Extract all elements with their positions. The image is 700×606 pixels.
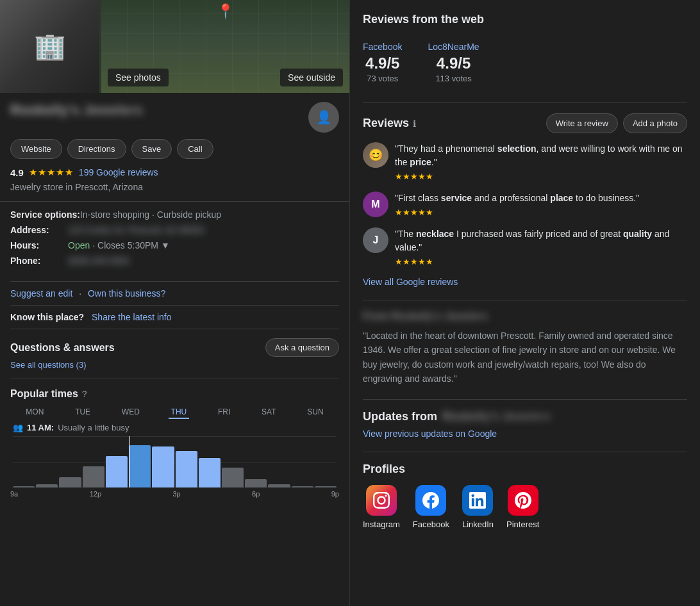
- phone-label: Phone:: [10, 256, 68, 266]
- hours-label: Hours:: [10, 240, 68, 250]
- see-outside-button[interactable]: See outside: [280, 69, 343, 86]
- bar-1: [36, 484, 58, 488]
- pinterest-label: Pinterest: [506, 520, 539, 529]
- review-stars-3: ★★★★★: [395, 257, 687, 266]
- people-icon: 👥: [13, 423, 23, 432]
- bar-8: [199, 458, 221, 487]
- day-tab-sun[interactable]: SUN: [304, 406, 326, 419]
- left-panel: 📍 See photos See outside Roskelly's Jewe…: [0, 0, 350, 606]
- facebook-source: Facebook 4.9/5 73 votes: [363, 42, 402, 83]
- loc8nearme-score: 4.9/5: [428, 54, 479, 72]
- review-text-1: "They had a phenomenal selection, and we…: [395, 142, 687, 169]
- business-type: Jewelry store in Prescott, Arizona: [10, 182, 339, 192]
- suggest-edit-link[interactable]: Suggest an edit: [10, 288, 72, 299]
- instagram-label: Instagram: [363, 520, 400, 529]
- review-stars-1: ★★★★★: [395, 172, 687, 181]
- phone-value: (928) 445-0564: [68, 256, 129, 266]
- view-all-reviews-link[interactable]: View all Google reviews: [363, 277, 687, 287]
- address-row: Address: 123 Cortez St, Prescott, AZ 863…: [10, 225, 339, 235]
- reviews-header: Reviews ℹ Write a review Add a photo: [363, 113, 687, 133]
- from-business-description: "Located in the heart of downtown Presco…: [363, 329, 687, 386]
- save-button[interactable]: Save: [131, 139, 172, 159]
- facebook-score: 4.9/5: [363, 54, 402, 72]
- profiles-section: Profiles Instagram Facebook LinkedIn: [363, 452, 687, 529]
- directions-button[interactable]: Directions: [67, 139, 126, 159]
- review-content-1: "They had a phenomenal selection, and we…: [395, 142, 687, 181]
- rating-row: 4.9 ★★★★★ 199 Google reviews: [10, 167, 339, 178]
- address-label: Address:: [10, 225, 68, 235]
- hours-dropdown-icon[interactable]: ▼: [161, 240, 170, 250]
- bar-10: [245, 479, 267, 487]
- pinterest-profile[interactable]: Pinterest: [506, 485, 539, 529]
- review-text-2: "First class service and a professional …: [395, 192, 687, 205]
- phone-row: Phone: (928) 445-0564: [10, 256, 339, 266]
- view-previous-updates-link[interactable]: View previous updates on Google: [363, 429, 497, 439]
- ask-question-button[interactable]: Ask a question: [265, 338, 339, 357]
- busy-message: Usually a little busy: [58, 423, 129, 432]
- loc8nearme-name[interactable]: Loc8NearMe: [428, 42, 479, 52]
- instagram-profile[interactable]: Instagram: [363, 485, 400, 529]
- help-icon[interactable]: ?: [82, 389, 87, 399]
- bar-13: [315, 486, 337, 487]
- review-stars-2: ★★★★★: [395, 208, 687, 217]
- loc8nearme-source: Loc8NearMe 4.9/5 113 votes: [428, 42, 479, 83]
- bar-11: [268, 484, 290, 488]
- popular-times-header: Popular times ?: [10, 388, 339, 400]
- busy-time: 11 AM:: [27, 423, 54, 432]
- bar-2: [59, 477, 81, 488]
- web-review-sources: Facebook 4.9/5 73 votes Loc8NearMe 4.9/5…: [363, 35, 687, 90]
- linkedin-profile[interactable]: LinkedIn: [462, 485, 494, 529]
- time-label-9p: 9p: [331, 490, 339, 498]
- qa-section: Questions & answers Ask a question See a…: [10, 329, 339, 379]
- website-button[interactable]: Website: [10, 139, 62, 159]
- share-info-link[interactable]: Share the latest info: [92, 312, 172, 322]
- review-item-2: M "First class service and a professiona…: [363, 192, 687, 217]
- day-tab-thu[interactable]: THU: [169, 406, 190, 419]
- from-business-section: From Roskelly's Jewelers "Located in the…: [363, 300, 687, 386]
- popular-times-title: Popular times: [10, 388, 78, 400]
- separator: ·: [79, 288, 81, 299]
- day-tab-tue[interactable]: TUE: [72, 406, 93, 419]
- own-business-link[interactable]: Own this business?: [88, 288, 165, 299]
- bar-7: [176, 451, 197, 487]
- write-review-button[interactable]: Write a review: [546, 113, 618, 133]
- loc8nearme-votes: 113 votes: [428, 74, 479, 83]
- suggest-row: Suggest an edit · Own this business?: [10, 281, 339, 305]
- day-tab-mon[interactable]: MON: [23, 406, 46, 419]
- time-label-12p: 12p: [90, 490, 101, 498]
- reviewer-avatar-3: J: [363, 227, 388, 253]
- hours-row: Hours: Open · Closes 5:30PM ▼: [10, 240, 339, 250]
- day-tab-wed[interactable]: WED: [119, 406, 142, 419]
- see-photos-button[interactable]: See photos: [108, 69, 169, 86]
- chart-area: [13, 436, 337, 487]
- updates-title: Updates from: [363, 410, 437, 423]
- reviews-info-icon[interactable]: ℹ: [413, 119, 416, 129]
- instagram-icon: [366, 485, 397, 516]
- facebook-profile[interactable]: Facebook: [413, 485, 449, 529]
- review-text-3: "The necklace I purchased was fairly pri…: [395, 227, 687, 254]
- reviewer-avatar-2: M: [363, 192, 388, 217]
- day-tab-sat[interactable]: SAT: [259, 406, 278, 419]
- qa-title: Questions & answers: [10, 342, 115, 354]
- review-count-link[interactable]: 199 Google reviews: [79, 167, 158, 177]
- address-value: 123 Cortez St, Prescott, AZ 86303: [68, 225, 204, 235]
- current-time-line: [129, 436, 130, 487]
- time-label-3p: 3p: [172, 490, 180, 498]
- add-photo-button[interactable]: Add a photo: [623, 113, 687, 133]
- service-options-row: Service options: In-store shopping · Cur…: [10, 209, 339, 220]
- linkedin-label: LinkedIn: [462, 520, 494, 529]
- bars-container: [13, 436, 337, 487]
- see-all-questions-link[interactable]: See all questions (3): [10, 360, 87, 370]
- reviews-section: Reviews ℹ Write a review Add a photo 😊 "…: [363, 102, 687, 287]
- action-buttons: Website Directions Save Call: [10, 139, 339, 159]
- bar-6: [152, 446, 174, 487]
- day-tab-fri[interactable]: FRI: [215, 406, 233, 419]
- reviews-title: Reviews ℹ: [363, 117, 416, 130]
- busy-info: 👥 11 AM: Usually a little busy: [10, 423, 339, 432]
- call-button[interactable]: Call: [177, 139, 213, 159]
- facebook-name[interactable]: Facebook: [363, 42, 402, 52]
- service-options-label: Service options:: [10, 209, 80, 220]
- map-area: 📍 See photos See outside: [0, 0, 349, 93]
- business-avatar: 👤: [308, 102, 339, 133]
- facebook-label: Facebook: [413, 520, 449, 529]
